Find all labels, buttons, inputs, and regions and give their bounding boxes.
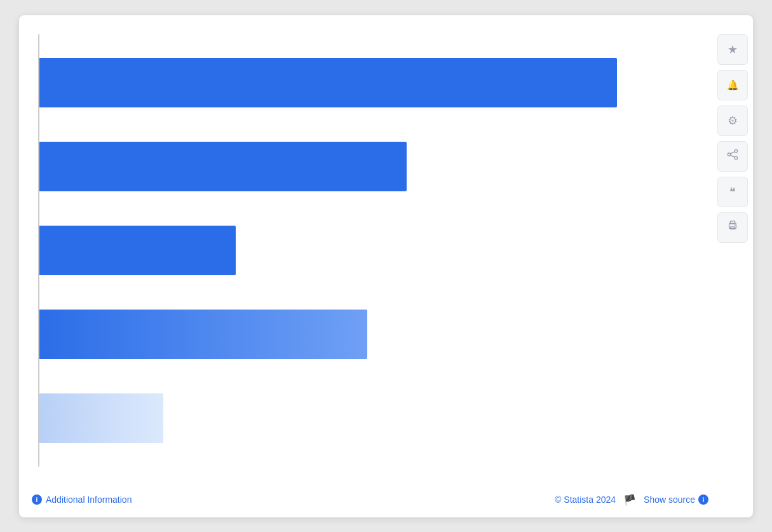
bar-chart: [38, 34, 696, 467]
svg-rect-6: [730, 221, 735, 224]
svg-line-3: [731, 152, 735, 154]
bar-4: [38, 310, 367, 359]
svg-rect-7: [730, 227, 735, 229]
svg-point-0: [735, 149, 738, 153]
source-info-icon: i: [698, 494, 708, 505]
cite-button[interactable]: ❝: [717, 177, 748, 207]
chart-card: ★ 🔔 ⚙ ❝: [19, 15, 753, 517]
svg-point-2: [735, 156, 738, 160]
svg-line-4: [731, 155, 735, 157]
share-icon: [727, 149, 738, 163]
flag-icon: 🏴: [623, 494, 636, 506]
svg-point-8: [735, 224, 736, 226]
footer: i Additional Information © Statista 2024…: [32, 494, 708, 506]
bar-3: [38, 226, 236, 275]
additional-info-label: Additional Information: [46, 494, 132, 505]
show-source-label: Show source: [644, 494, 695, 505]
bars-container: [38, 34, 696, 467]
print-button[interactable]: [717, 212, 748, 243]
axis-line: [38, 34, 39, 467]
settings-button[interactable]: ⚙: [717, 106, 748, 136]
additional-info-link[interactable]: i Additional Information: [32, 494, 132, 505]
footer-right: © Statista 2024 🏴 Show source i: [555, 494, 708, 506]
bar-2: [38, 142, 407, 191]
favorite-button[interactable]: ★: [717, 34, 748, 65]
star-icon: ★: [728, 43, 738, 57]
info-icon: i: [32, 494, 42, 505]
bar-5: [38, 393, 163, 443]
bar-row-3: [38, 222, 696, 279]
print-icon: [727, 220, 738, 235]
notification-button[interactable]: 🔔: [717, 70, 748, 100]
show-source-link[interactable]: Show source i: [644, 494, 708, 505]
bar-row-4: [38, 306, 696, 363]
share-button[interactable]: [717, 141, 748, 172]
bell-icon: 🔔: [727, 79, 739, 91]
bar-row-5: [38, 390, 696, 447]
sidebar-toolbar: ★ 🔔 ⚙ ❝: [717, 34, 753, 243]
svg-point-1: [728, 153, 731, 156]
bar-row-1: [38, 54, 696, 111]
gear-icon: ⚙: [728, 114, 738, 128]
quote-icon: ❝: [729, 185, 736, 199]
bar-1: [38, 58, 617, 107]
copyright-text: © Statista 2024: [555, 494, 616, 505]
bar-row-2: [38, 138, 696, 195]
